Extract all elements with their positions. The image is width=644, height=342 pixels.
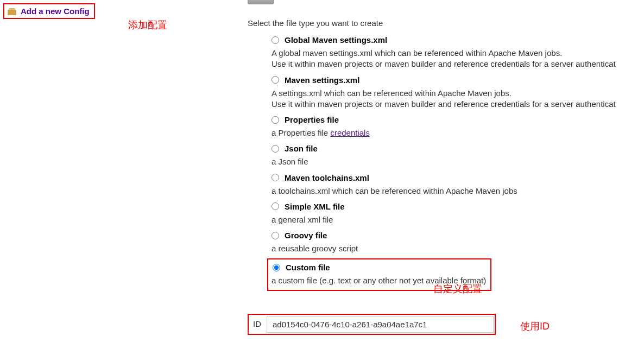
option-json-label: Json file: [285, 144, 318, 153]
option-properties-label: Properties file: [285, 115, 339, 124]
option-global-maven-label: Global Maven settings.xml: [285, 35, 387, 45]
radio-groovy[interactable]: [272, 232, 279, 239]
radio-json[interactable]: [272, 145, 279, 153]
add-new-config-label: Add a new Config: [21, 7, 90, 16]
radio-simple-xml[interactable]: [272, 202, 279, 210]
id-row-highlight: ID: [248, 314, 496, 335]
option-custom-head[interactable]: Custom file: [273, 262, 486, 273]
annotation-add-config: 添加配置: [128, 18, 167, 31]
option-json-head[interactable]: Json file: [272, 143, 644, 154]
option-maven-settings: Maven settings.xml A settings.xml which …: [272, 74, 644, 110]
id-label: ID: [249, 315, 267, 334]
radio-toolchains[interactable]: [272, 174, 279, 181]
option-global-maven: Global Maven settings.xml A global maven…: [272, 34, 644, 70]
gray-button[interactable]: [248, 0, 274, 4]
option-maven-settings-desc: A settings.xml which can be referenced w…: [272, 88, 644, 110]
option-properties-desc: a Properties file credentials: [272, 128, 644, 138]
option-global-maven-head[interactable]: Global Maven settings.xml: [272, 34, 644, 46]
id-input[interactable]: [267, 316, 494, 333]
option-json: Json file a Json file: [272, 143, 644, 167]
select-file-type-prompt: Select the file type you want to create: [248, 18, 644, 28]
option-simple-xml-desc: a general xml file: [272, 214, 644, 225]
option-simple-xml: Simple XML file a general xml file: [272, 201, 644, 225]
main-panel: Select the file type you want to create …: [248, 0, 644, 291]
radio-maven-settings[interactable]: [272, 76, 279, 84]
option-groovy: Groovy file a reusable groovy script: [272, 230, 644, 254]
option-properties-head[interactable]: Properties file: [272, 114, 644, 125]
option-groovy-label: Groovy file: [285, 231, 327, 240]
credentials-link[interactable]: credentials: [330, 128, 370, 137]
option-properties: Properties file a Properties file creden…: [272, 114, 644, 138]
radio-global-maven[interactable]: [272, 36, 279, 44]
annotation-use-id: 使用ID: [520, 320, 550, 333]
option-toolchains: Maven toolchains.xml a toolchains.xml wh…: [272, 172, 644, 197]
radio-properties[interactable]: [272, 116, 279, 124]
option-global-maven-desc: A global maven settings.xml which can be…: [272, 48, 644, 70]
package-icon: [7, 7, 17, 16]
option-toolchains-label: Maven toolchains.xml: [285, 173, 369, 182]
file-type-options: Global Maven settings.xml A global maven…: [272, 34, 644, 291]
option-groovy-head[interactable]: Groovy file: [272, 230, 644, 241]
option-maven-settings-label: Maven settings.xml: [285, 75, 359, 85]
option-groovy-desc: a reusable groovy script: [272, 243, 644, 254]
radio-custom[interactable]: [273, 264, 280, 271]
option-toolchains-desc: a toolchains.xml which can be referenced…: [272, 186, 644, 197]
annotation-custom-config: 自定义配置: [433, 282, 482, 295]
option-toolchains-head[interactable]: Maven toolchains.xml: [272, 172, 644, 183]
svg-rect-0: [8, 10, 16, 15]
option-maven-settings-head[interactable]: Maven settings.xml: [272, 74, 644, 86]
option-custom-label: Custom file: [286, 263, 330, 272]
option-json-desc: a Json file: [272, 156, 644, 167]
add-new-config-link[interactable]: Add a new Config: [3, 3, 95, 19]
option-simple-xml-label: Simple XML file: [285, 202, 345, 211]
option-simple-xml-head[interactable]: Simple XML file: [272, 201, 644, 212]
